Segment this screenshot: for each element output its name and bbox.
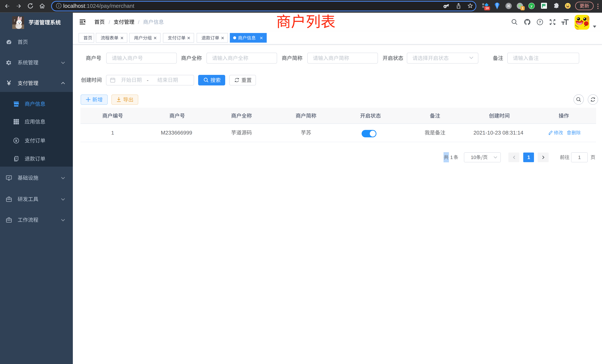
svg-text:⌘: ⌘ <box>507 4 510 8</box>
svg-text:?: ? <box>539 20 541 24</box>
